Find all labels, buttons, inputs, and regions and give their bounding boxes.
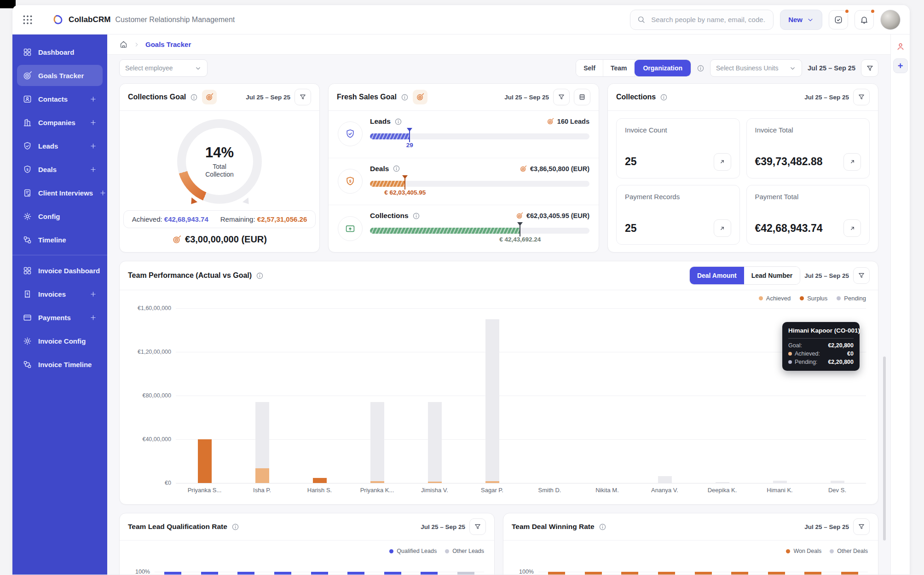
info-icon[interactable] xyxy=(660,93,668,101)
viewer-icon[interactable] xyxy=(896,42,905,51)
sidebar-item-invoice-config[interactable]: Invoice Config xyxy=(17,330,103,351)
info-icon xyxy=(393,165,400,172)
stat-value: €42,68,943.74 xyxy=(755,222,823,235)
goal-row-header: Deals€3,86,50,800 (EUR) xyxy=(370,165,589,173)
bar-slot xyxy=(521,308,578,483)
sidebar-item-contacts[interactable]: Contacts xyxy=(17,88,103,109)
timeline-icon xyxy=(23,235,32,245)
avatar[interactable] xyxy=(880,10,901,30)
progress-fill xyxy=(370,133,410,139)
stat-value-row: 25 xyxy=(625,219,731,237)
sidebar-item-client-interviews[interactable]: Client Interviews xyxy=(17,182,103,203)
add-panel-button[interactable]: + xyxy=(893,58,908,73)
search-input[interactable] xyxy=(650,15,767,24)
bar-slot xyxy=(191,572,228,575)
sidebar-item-timeline[interactable]: Timeline xyxy=(17,229,103,250)
open-detail-button[interactable] xyxy=(843,219,861,237)
plus-icon[interactable] xyxy=(89,314,97,322)
sidebar-item-config[interactable]: Config xyxy=(17,206,103,227)
plus-icon[interactable] xyxy=(89,95,97,103)
plus-icon[interactable] xyxy=(99,189,107,197)
global-search[interactable] xyxy=(630,10,774,30)
tooltip-value: €0 xyxy=(847,351,854,357)
sidebar-item-dashboard[interactable]: Dashboard xyxy=(17,41,103,63)
filter-button[interactable] xyxy=(553,89,570,105)
plus-icon[interactable] xyxy=(89,290,97,298)
bar-segment-pending xyxy=(428,402,442,482)
goal-target-badge[interactable] xyxy=(413,90,427,104)
goal-target-badge[interactable] xyxy=(202,90,217,104)
receipt-icon: $ xyxy=(23,289,32,299)
apps-grid-icon[interactable] xyxy=(22,14,34,26)
plus-icon[interactable] xyxy=(89,166,97,173)
open-detail-button[interactable] xyxy=(714,153,731,171)
plus-icon[interactable] xyxy=(89,142,97,150)
breadcrumb-current[interactable]: Goals Tracker xyxy=(145,40,191,48)
filter-button[interactable] xyxy=(861,59,878,77)
tooltip-title: Himani Kapoor (CO-001) xyxy=(788,327,854,334)
sidebar-item-deals[interactable]: $Deals xyxy=(17,159,103,180)
bar-slot xyxy=(176,308,233,483)
payment-icon xyxy=(23,313,32,322)
card-title: Collections xyxy=(616,93,656,101)
info-icon[interactable] xyxy=(697,64,705,72)
table-view-button[interactable] xyxy=(574,89,590,105)
x-axis-tick: Deepika K. xyxy=(693,487,751,494)
toggle-deal-amount[interactable]: Deal Amount xyxy=(690,267,744,284)
info-icon[interactable] xyxy=(256,272,264,280)
stat-label: Payment Total xyxy=(755,193,861,201)
home-icon[interactable] xyxy=(119,40,128,49)
sidebar-item-invoices[interactable]: $Invoices xyxy=(17,283,103,305)
bar xyxy=(548,572,565,575)
card-date-range[interactable]: Jul 25 – Sep 25 xyxy=(504,94,549,101)
lead-qualification-chart: 100% xyxy=(125,566,484,575)
scope-option-team[interactable]: Team xyxy=(603,60,635,76)
scope-option-organization[interactable]: Organization xyxy=(635,60,691,76)
card-date-range[interactable]: Jul 25 – Sep 25 xyxy=(804,272,849,279)
new-button[interactable]: New xyxy=(780,10,822,30)
tasks-button[interactable] xyxy=(829,10,848,29)
open-detail-button[interactable] xyxy=(714,219,731,237)
card-date-range[interactable]: Jul 25 – Sep 25 xyxy=(246,94,290,101)
sidebar-item-companies[interactable]: Companies xyxy=(17,112,103,133)
bar-slot xyxy=(578,308,636,483)
vertical-scrollbar[interactable] xyxy=(883,356,886,540)
sidebar-item-goals-tracker[interactable]: Goals Tracker xyxy=(17,65,103,86)
filter-button[interactable] xyxy=(853,89,870,105)
bar xyxy=(274,572,291,575)
sidebar-item-label: Goals Tracker xyxy=(38,72,97,80)
notifications-button[interactable] xyxy=(855,10,874,29)
topbar: CollabCRM Customer Relationship Manageme… xyxy=(12,5,910,34)
date-range[interactable]: Jul 25 – Sep 25 xyxy=(808,64,855,72)
chevron-down-icon xyxy=(807,16,814,23)
filter-button[interactable] xyxy=(295,89,311,105)
card-date-range[interactable]: Jul 25 – Sep 25 xyxy=(804,94,849,101)
employee-select[interactable]: Select employee xyxy=(119,59,208,77)
main-area: Goals Tracker Select employee SelfTeamOr… xyxy=(107,34,890,575)
progress-fill xyxy=(370,181,405,187)
filter-button[interactable] xyxy=(853,267,870,284)
dashboard-icon xyxy=(23,266,32,276)
business-units-select[interactable]: Select Business Units xyxy=(710,59,802,77)
x-axis-tick: Himani K. xyxy=(751,487,808,494)
achieved-value: €42,68,943.74 xyxy=(164,215,208,223)
filter-button[interactable] xyxy=(853,518,870,535)
sidebar-item-payments[interactable]: Payments xyxy=(17,307,103,328)
bar-segment-achieved xyxy=(485,481,499,483)
info-icon[interactable] xyxy=(190,93,198,101)
card-date-range[interactable]: Jul 25 – Sep 25 xyxy=(421,523,465,530)
sidebar-item-leads[interactable]: Leads xyxy=(17,135,103,156)
goal-row-name: Deals xyxy=(370,165,389,173)
stat-label: Invoice Total xyxy=(755,126,861,134)
tooltip-value: €2,20,800 xyxy=(828,359,854,365)
scope-option-self[interactable]: Self xyxy=(576,60,603,76)
sidebar-item-invoice-timeline[interactable]: Invoice Timeline xyxy=(17,354,103,375)
info-icon[interactable] xyxy=(401,93,409,101)
card-date-range[interactable]: Jul 25 – Sep 25 xyxy=(804,523,849,530)
filter-button[interactable] xyxy=(469,518,486,535)
plus-icon[interactable] xyxy=(89,119,97,126)
toggle-lead-number[interactable]: Lead Number xyxy=(744,267,800,284)
bar-slot xyxy=(538,572,575,575)
open-detail-button[interactable] xyxy=(843,153,861,171)
sidebar-item-invoice-dashboard[interactable]: Invoice Dashboard xyxy=(17,260,103,281)
